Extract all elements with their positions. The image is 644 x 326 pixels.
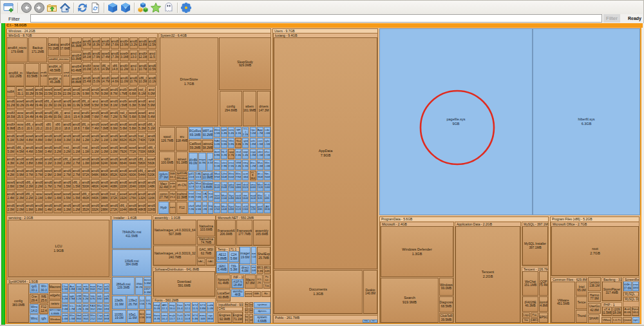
treemap-file-box[interactable]: STX3.8M	[199, 302, 206, 312]
treemap-folder-box[interactable]: x86_n5.1M	[147, 121, 156, 132]
treemap-folder-box[interactable]: amd67.6M	[91, 110, 100, 120]
treemap-folder-box[interactable]: GAC_	[197, 258, 205, 265]
treemap-folder-box[interactable]: Network61.4MB	[216, 274, 231, 289]
treemap-dir-header[interactable]: Public - 261.7MB	[274, 316, 377, 320]
treemap-file-box[interactable]: eU0136K	[242, 203, 249, 213]
treemap-folder-box[interactable]: winevt91.1MB	[176, 151, 188, 171]
treemap-folder-box[interactable]: amd65.0M	[6, 144, 15, 155]
treemap-folder-box[interactable]: amd61.8M	[35, 202, 44, 213]
treemap-folder-box[interactable]: Rir	[261, 291, 270, 297]
treemap-folder-box[interactable]: Soy	[249, 302, 253, 307]
treemap-file-box[interactable]: Cap164	[97, 313, 103, 322]
treemap-folder-box[interactable]: amd63.6M	[53, 133, 62, 144]
treemap-folder-box[interactable]: amd617.3M	[111, 50, 120, 61]
treemap-file-box[interactable]: msjh13.7	[169, 312, 176, 322]
treemap-folder-box[interactable]: amd64.8M	[35, 133, 44, 144]
treemap-folder-box[interactable]: Tence	[576, 296, 587, 309]
treemap-file-box[interactable]: loga112K	[250, 203, 256, 213]
treemap-file-box[interactable]: Souro4KB	[146, 310, 151, 323]
treemap-folder-box[interactable]: amd629.4M	[25, 98, 34, 109]
treemap-folder-box[interactable]: NativeImages_v4.0.30319_64507.3MB	[153, 220, 196, 245]
treemap-file-box[interactable]: Sys508K	[228, 192, 234, 202]
treemap-file-box[interactable]: notep104K	[251, 265, 256, 274]
treemap-folder-box[interactable]: amd6411.2M	[120, 62, 129, 73]
treemap-folder-box[interactable]: amd62.2M	[35, 179, 44, 190]
filter-button[interactable]: Filter	[603, 14, 620, 23]
treemap-folder-box[interactable]: amd62.7M	[62, 168, 71, 178]
treemap-folder-box[interactable]: amd610.5M	[148, 62, 157, 73]
treemap-file-box[interactable]: igd1(13.8	[188, 171, 194, 180]
treemap-folder-box[interactable]: amd61.1M	[100, 133, 109, 144]
treemap-file-box[interactable]: mmv348	[199, 312, 206, 322]
treemap-folder-box[interactable]: SleepStudy929.0MB	[219, 37, 271, 90]
treemap-folder-box[interactable]: wow630.2M	[16, 98, 25, 109]
treemap-folder-box[interactable]: amd61.1M	[72, 144, 81, 155]
treemap-folder-box[interactable]: (20918.0M	[612, 307, 621, 316]
treemap-file-box[interactable]: igfx1.5M	[264, 138, 270, 148]
treemap-folder-box[interactable]: LocalSer60.8MB	[216, 289, 231, 302]
treemap-file-box[interactable]: Opc2.0M	[250, 127, 256, 137]
treemap-folder-box[interactable]: wow623.5M	[44, 86, 53, 97]
treemap-folder-box[interactable]: amd6948K	[91, 168, 100, 178]
treemap-folder-box[interactable]: amd5.9M	[147, 98, 156, 109]
treemap-folder-box[interactable]: amd6424K	[100, 179, 109, 190]
treemap-folder-box[interactable]: amd6520K	[147, 168, 156, 178]
treemap-folder-box[interactable]: wow15.6	[92, 62, 101, 73]
treemap-folder-box[interactable]: amd6453.3MB	[71, 52, 82, 62]
treemap-folder-box[interactable]: amd66.9M	[109, 121, 118, 132]
treemap-file-box[interactable]: 3f3222.r65.8MB	[144, 277, 151, 287]
treemap-file-box[interactable]: Micr232K	[257, 182, 263, 192]
back-icon[interactable]	[21, 2, 32, 14]
treemap-folder-box[interactable]: Wr	[249, 308, 253, 313]
treemap-folder-box[interactable]: amd63.4M	[44, 144, 53, 155]
treemap-folder-box[interactable]: amd620.4M	[44, 110, 53, 120]
treemap-file-box[interactable]: npC	[632, 317, 639, 323]
treemap-folder-box[interactable]: amd6440K	[91, 191, 100, 202]
treemap-folder-box[interactable]: amd6476.1MB	[40, 63, 48, 86]
treemap-folder-box[interactable]: x86_m14.9M	[101, 62, 110, 73]
treemap-folder-box[interactable]: amd43.4	[62, 63, 70, 86]
treemap-folder-box[interactable]: amd6408K	[109, 179, 118, 190]
treemap-folder-box[interactable]: amd6832K	[119, 133, 128, 144]
treemap-folder-box[interactable]: CatRoot59.2MB	[189, 140, 202, 152]
treemap-folder-box[interactable]: amd64_m48.5MB	[48, 63, 62, 74]
treemap-file-box[interactable]: DA)6.7M	[202, 191, 207, 201]
treemap-folder-box[interactable]: am(31.1	[16, 86, 25, 97]
treemap-folder-box[interactable]: igd11db	[176, 171, 187, 176]
treemap-folder-box[interactable]: amd65.6M	[128, 121, 137, 132]
treemap-folder-box[interactable]: comn27.7M	[158, 191, 169, 201]
treemap-file-box[interactable]: STF.10.8	[184, 312, 191, 322]
treemap-file-box[interactable]: cert1.5M	[257, 138, 263, 148]
treemap-folder-box[interactable]: amd62.5M	[16, 179, 25, 190]
treemap-canvas[interactable]: Windows - 24.2GBWinSxS - 8.7GBamd64_micr…	[0, 23, 644, 325]
treemap-folder-box[interactable]: x86_n20.5M	[53, 110, 62, 120]
treemap-folder-box[interactable]: IME33.1	[169, 171, 176, 180]
treemap-folder-box[interactable]: Lenovo138.1M	[588, 277, 601, 291]
treemap-folder-box[interactable]: amd6160K	[138, 179, 147, 190]
treemap-folder-box[interactable]: amd6204K	[128, 179, 137, 190]
treemap-folder-box[interactable]: Tim	[263, 283, 270, 289]
treemap-folder-box[interactable]: edgehc	[49, 292, 61, 300]
treemap-folder-box[interactable]: WeChat151.1MB	[522, 271, 538, 296]
treemap-folder-box[interactable]: x86_v1.5M	[72, 179, 81, 190]
treemap-folder-box[interactable]: amd64.2M	[16, 156, 25, 167]
treemap-folder-box[interactable]: amd6480K	[91, 179, 100, 190]
treemap-folder-box[interactable]: x86_m2.2M	[25, 191, 34, 202]
treemap-folder-box[interactable]: amd63.0M	[53, 156, 62, 167]
treemap-folder-box[interactable]: amd11.1	[129, 62, 138, 73]
treemap-file-box[interactable]: sma308K	[250, 182, 256, 192]
treemap-file-box[interactable]: C245.6M	[229, 251, 239, 262]
treemap-folder-box[interactable]: drivers147.3M	[257, 91, 270, 126]
treemap-file-box[interactable]: MF4.1M	[235, 127, 242, 137]
treemap-folder-box[interactable]: StormP54.8MB	[539, 296, 548, 312]
treemap-folder-box[interactable]: amd62.7M	[72, 156, 81, 167]
treemap-file-box[interactable]: Win1.0M	[264, 160, 270, 170]
treemap-folder-box[interactable]: amd6700K	[138, 144, 147, 155]
treemap-file-box[interactable]: dfsh1.1M	[82, 303, 89, 312]
treemap-folder-box[interactable]: wow61.5M	[62, 191, 71, 202]
treemap-file-box[interactable]: cdo1.6M	[264, 127, 270, 137]
treemap-file-box[interactable]: mingli35.0M	[153, 302, 160, 312]
treemap-folder-box[interactable]: Epso58.0	[632, 307, 639, 316]
treemap-folder-box[interactable]: amd618.7M	[82, 37, 91, 49]
treemap-folder-box[interactable]: amd6467.6MB	[60, 37, 70, 56]
